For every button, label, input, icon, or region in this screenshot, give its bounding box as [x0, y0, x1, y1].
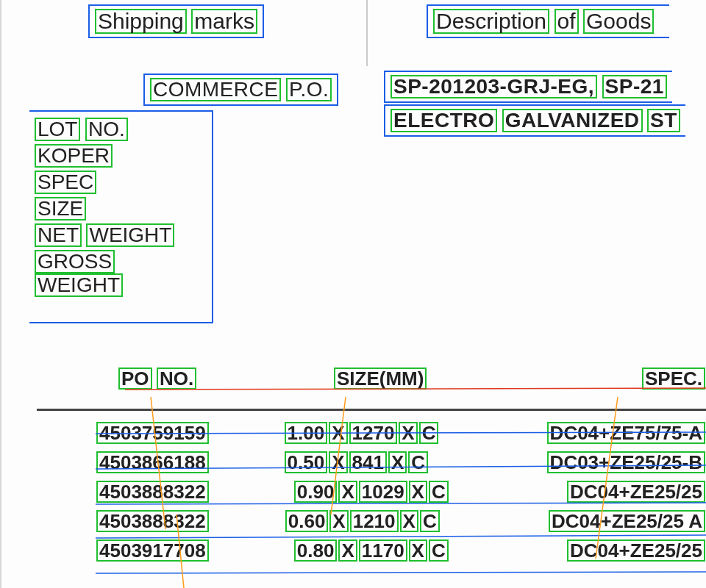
svg-line-5 [96, 572, 706, 573]
word: X [329, 510, 348, 532]
order-table-body: 45037591591.00X1270XCDC04+ZE75/75-A45038… [44, 415, 706, 562]
word: 841 [349, 451, 387, 473]
label-koper: KOPER [34, 144, 207, 168]
word: ELECTRO [391, 109, 497, 132]
word: X [399, 422, 417, 444]
document-page: Shipping marks Description of Goods COMM… [0, 0, 706, 588]
label-lot-no: LOT NO. [34, 118, 207, 141]
word: SP-201203-GRJ-EG, [391, 75, 597, 98]
cell-po-no: 4503888322 [44, 510, 266, 532]
word: X [329, 422, 347, 444]
cell-size: 1.00X1270XC [265, 422, 466, 444]
cell-size: 0.90X1029XC [275, 481, 485, 503]
value-spec: DC03+ZE25/25-B [547, 451, 705, 473]
word: 1.00 [285, 422, 328, 444]
value-spec: DC04+ZE25/25 [567, 481, 705, 503]
word: ST [647, 109, 680, 132]
word: SP-21 [602, 75, 667, 98]
cell-po-no: 4503759159 [44, 422, 265, 444]
shipping-marks-header: Shipping marks [88, 4, 264, 38]
label-spec: SPEC [34, 171, 207, 194]
col-header-po-no: PO NO. [44, 368, 282, 390]
word: LOT [35, 118, 80, 141]
col-header-size: SIZE(MM) [282, 368, 509, 390]
value-po-no: 4503759159 [96, 422, 209, 444]
value-po-no: 4503866188 [96, 451, 209, 473]
cell-spec: DC04+ZE25/25 [485, 539, 706, 562]
word: X [409, 481, 427, 503]
word: SIZE(MM) [334, 368, 427, 390]
word: P.O. [286, 78, 332, 101]
word: of [555, 9, 579, 34]
description-of-goods-header: Description of Goods [427, 4, 669, 38]
cell-size: 0.60X1210XC [266, 510, 467, 532]
word: X [409, 539, 427, 562]
word: X [338, 539, 357, 562]
word: WEIGHT [35, 273, 123, 297]
table-row: 45039177080.80X1170XCDC04+ZE25/25 [44, 539, 706, 562]
word: marks [191, 9, 257, 34]
column-divider [366, 0, 368, 66]
table-row: 45038883220.90X1029XCDC04+ZE25/25 [44, 481, 706, 503]
word: PO [118, 368, 152, 390]
word: SPEC [35, 171, 96, 194]
cell-po-no: 4503866188 [44, 451, 265, 473]
value-spec: DC04+ZE25/25 A [549, 510, 705, 532]
word: C [429, 539, 449, 562]
cell-size: 0.50X841XC [265, 451, 466, 473]
value-spec: DC04+ZE25/25 [567, 539, 705, 562]
word: 0.50 [285, 451, 328, 473]
word: C [429, 481, 449, 503]
word: 1270 [349, 422, 398, 444]
word: SIZE [35, 197, 86, 220]
table-row: 45037591591.00X1270XCDC04+ZE75/75-A [44, 422, 706, 444]
word: GALVANIZED [502, 109, 643, 132]
cell-spec: DC04+ZE25/25 [485, 481, 706, 503]
order-table: PO NO. SIZE(MM) SPEC. [44, 368, 706, 390]
cell-po-no: 4503917708 [44, 539, 275, 562]
sp-code-line: SP-201203-GRJ-EG, SP-21 [384, 71, 672, 103]
word: X [338, 481, 357, 503]
table-row: 45038661880.50X841XCDC03+ZE25/25-B [44, 451, 706, 473]
word: NO. [85, 118, 128, 141]
label-net-weight: NET WEIGHT [34, 223, 207, 247]
word: WEIGHT [86, 223, 174, 247]
product-description-line: ELECTRO GALVANIZED ST [384, 104, 685, 137]
word: 1210 [350, 510, 399, 532]
table-rule-line [37, 409, 706, 411]
word: Shipping [95, 9, 187, 34]
label-size: SIZE [34, 197, 207, 220]
value-spec: DC04+ZE75/75-A [547, 422, 705, 444]
word: COMMERCE [150, 78, 281, 101]
cell-spec: DC04+ZE75/75-A [466, 422, 706, 444]
word: NET [35, 223, 82, 247]
word: 1029 [359, 481, 407, 503]
word: NO. [157, 368, 196, 390]
shipping-mark-labels-block: LOT NO. KOPER SPEC SIZE NET WEIGHT GROSS… [29, 110, 213, 323]
value-po-no: 4503888322 [96, 481, 209, 503]
word: C [420, 510, 440, 532]
word: SPEC. [642, 368, 705, 390]
word: 1170 [359, 539, 407, 562]
word: KOPER [35, 144, 113, 168]
word: 0.80 [294, 539, 338, 562]
word: X [388, 451, 407, 473]
word: C [419, 422, 439, 444]
word: Goods [583, 9, 654, 34]
page-left-edge [0, 0, 1, 588]
word: Description [433, 9, 549, 34]
value-po-no: 4503917708 [96, 539, 209, 562]
cell-po-no: 4503888322 [44, 481, 275, 503]
word: GROSS [35, 250, 115, 273]
label-gross-weight: GROSS WEIGHT [34, 250, 207, 297]
table-header-row: PO NO. SIZE(MM) SPEC. [44, 368, 706, 390]
cell-spec: DC04+ZE25/25 A [467, 510, 706, 532]
word: 0.90 [294, 481, 338, 503]
value-po-no: 4503888322 [96, 510, 209, 532]
cell-spec: DC03+ZE25/25-B [466, 451, 706, 473]
col-header-spec: SPEC. [509, 368, 706, 390]
table-row: 45038883220.60X1210XCDC04+ZE25/25 A [44, 510, 706, 532]
word: X [400, 510, 418, 532]
word: 0.60 [285, 510, 329, 532]
word: X [329, 451, 347, 473]
